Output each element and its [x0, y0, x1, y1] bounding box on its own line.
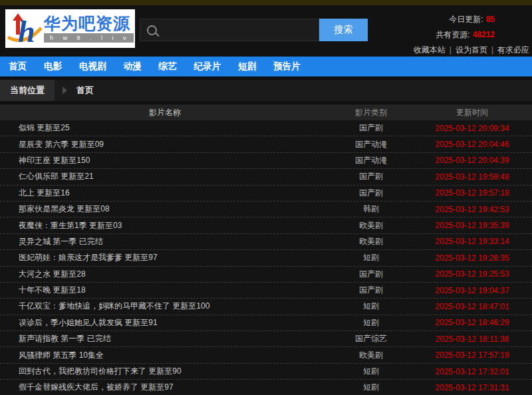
movie-title[interactable]: 回到古代，我把教坊司价格打下来了 更新至90 — [0, 366, 330, 377]
quick-link[interactable]: 有求必应 — [497, 45, 529, 55]
movie-category[interactable]: 欧美剧 — [330, 236, 412, 247]
movie-update-time: 2025-03-12 20:09:34 — [412, 124, 532, 133]
movie-update-time: 2025-03-12 18:46:29 — [412, 318, 532, 327]
table-row[interactable]: 风骚律师 第五季 10集全欧美剧2025-03-12 17:57:19 — [0, 347, 532, 363]
table-row[interactable]: 仁心俱乐部 更新至21国产剧2025-03-12 19:59:48 — [0, 169, 532, 185]
movie-update-time: 2025-03-12 17:57:19 — [412, 350, 532, 360]
table-row[interactable]: 神印王座 更新至150国产动漫2025-03-12 20:04:39 — [0, 153, 532, 169]
site-header: h 华为吧资源 h w 8 . l i v e 搜索 今日更新:85共有资源:4… — [0, 5, 532, 57]
breadcrumb-arrow-icon — [63, 86, 67, 94]
table-header-row: 影片名称 影片类别 更新时间 — [0, 104, 532, 120]
table-row[interactable]: 假千金替嫁残疾大佬后，被娇养了 更新至97短剧2025-03-12 17:31:… — [0, 380, 532, 395]
search-bar: 搜索 — [140, 19, 368, 41]
quick-link[interactable]: 收藏本站 — [414, 45, 446, 55]
movie-title[interactable]: 十年不晚 更新至18 — [0, 285, 330, 296]
table-row[interactable]: 新声请指教 第一季 已完结国产综艺2025-03-12 18:11:38 — [0, 331, 532, 347]
movie-title[interactable]: 夜魔侠：重生第1季 更新至03 — [0, 220, 330, 231]
movie-update-time: 2025-03-12 19:04:37 — [412, 286, 532, 295]
movie-table: 影片名称 影片类别 更新时间 似锦 更新至25国产剧2025-03-12 20:… — [0, 104, 532, 395]
movie-update-time: 2025-03-12 19:57:18 — [412, 188, 532, 198]
movie-title[interactable]: 那家伙是黑炎龙 更新至08 — [0, 203, 330, 215]
movie-title[interactable]: 风骚律师 第五季 10集全 — [0, 350, 330, 361]
breadcrumb: 当前位置 首页 — [0, 80, 532, 101]
search-icon — [147, 25, 157, 35]
movie-category[interactable]: 短剧 — [330, 252, 412, 263]
movie-title[interactable]: 大河之水 更新至28 — [0, 269, 330, 280]
table-row[interactable]: 灵异之城 第一季 已完结欧美剧2025-03-12 19:33:14 — [0, 234, 532, 250]
movie-update-time: 2025-03-12 17:31:31 — [412, 383, 532, 392]
movie-category[interactable]: 韩剧 — [330, 203, 412, 215]
table-row[interactable]: 十年不晚 更新至18国产剧2025-03-12 19:04:37 — [0, 283, 532, 299]
movie-category[interactable]: 国产剧 — [330, 269, 412, 280]
movie-title[interactable]: 星辰变 第六季 更新至09 — [0, 139, 330, 150]
movie-category[interactable]: 短剧 — [330, 301, 412, 312]
movie-category[interactable]: 短剧 — [330, 366, 412, 377]
movie-title[interactable]: 医妃萌娃：娘亲这才是我爹爹 更新至97 — [0, 252, 330, 263]
movie-update-time: 2025-03-12 20:04:46 — [412, 140, 532, 149]
table-row[interactable]: 回到古代，我把教坊司价格打下来了 更新至90短剧2025-03-12 17:32… — [0, 364, 532, 380]
movie-category[interactable]: 国产动漫 — [330, 155, 412, 166]
table-row[interactable]: 医妃萌娃：娘亲这才是我爹爹 更新至97短剧2025-03-12 19:26:35 — [0, 250, 532, 266]
movie-category[interactable]: 国产综艺 — [330, 333, 412, 344]
movie-category[interactable]: 欧美剧 — [330, 350, 412, 361]
nav-item-8[interactable]: 预告片 — [265, 57, 309, 76]
table-row[interactable]: 夜魔侠：重生第1季 更新至03欧美剧2025-03-12 19:35:39 — [0, 217, 532, 233]
nav-item-2[interactable]: 电影 — [35, 57, 70, 76]
quick-link[interactable]: 设为首页 — [456, 45, 487, 55]
nav-item-1[interactable]: 首页 — [0, 57, 35, 76]
nav-item-6[interactable]: 纪录片 — [186, 57, 230, 76]
movie-category[interactable]: 短剧 — [330, 382, 412, 393]
movie-category[interactable]: 国产剧 — [330, 188, 412, 199]
movie-title[interactable]: 误诊后，季小姐她见人就发疯 更新至91 — [0, 317, 330, 329]
movie-update-time: 2025-03-12 19:42:53 — [412, 205, 532, 214]
stat-label: 今日更新: — [449, 15, 483, 24]
movie-title[interactable]: 仁心俱乐部 更新至21 — [0, 171, 330, 182]
nav-item-7[interactable]: 短剧 — [229, 57, 265, 76]
movie-title[interactable]: 神印王座 更新至150 — [0, 155, 330, 166]
col-header-time: 更新时间 — [412, 107, 532, 118]
table-row[interactable]: 那家伙是黑炎龙 更新至08韩剧2025-03-12 19:42:53 — [0, 201, 532, 217]
table-row[interactable]: 星辰变 第六季 更新至09国产动漫2025-03-12 20:04:46 — [0, 136, 532, 152]
table-row[interactable]: 千亿双宝：爹地快追，妈咪的马甲藏不住了 更新至100短剧2025-03-12 1… — [0, 299, 532, 315]
movie-category[interactable]: 国产剧 — [330, 171, 412, 182]
table-row[interactable]: 北上 更新至16国产剧2025-03-12 19:57:18 — [0, 186, 532, 201]
logo-h-icon: h — [7, 11, 43, 47]
search-input[interactable] — [157, 19, 319, 41]
header-stats: 今日更新:85共有资源:48212 收藏本站|设为首页|有求必应 — [414, 12, 529, 58]
movie-title[interactable]: 似锦 更新至25 — [0, 122, 330, 134]
movie-update-time: 2025-03-12 19:35:39 — [412, 221, 532, 230]
table-row[interactable]: 似锦 更新至25国产剧2025-03-12 20:09:34 — [0, 120, 532, 136]
logo-subtitle: h w 8 . l i v e — [44, 33, 134, 43]
movie-update-time: 2025-03-12 20:04:39 — [412, 156, 532, 165]
movie-title[interactable]: 千亿双宝：爹地快追，妈咪的马甲藏不住了 更新至100 — [0, 301, 330, 312]
movie-category[interactable]: 短剧 — [330, 317, 412, 329]
movie-update-time: 2025-03-12 17:32:01 — [412, 367, 532, 376]
nav-item-3[interactable]: 电视剧 — [70, 57, 115, 76]
search-box[interactable] — [140, 19, 319, 41]
search-button[interactable]: 搜索 — [319, 19, 368, 41]
site-logo[interactable]: h 华为吧资源 h w 8 . l i v e — [5, 9, 135, 48]
top-strip — [0, 0, 532, 5]
movie-category[interactable]: 国产剧 — [330, 122, 412, 134]
movie-update-time: 2025-03-12 19:26:35 — [412, 253, 532, 263]
breadcrumb-home-link[interactable]: 首页 — [76, 84, 94, 96]
page: h 华为吧资源 h w 8 . l i v e 搜索 今日更新:85共有资源:4… — [0, 0, 532, 395]
movie-category[interactable]: 欧美剧 — [330, 220, 412, 231]
logo-title: 华为吧资源 — [44, 15, 134, 33]
movie-category[interactable]: 国产剧 — [330, 285, 412, 296]
movie-update-time: 2025-03-12 19:33:14 — [412, 237, 532, 246]
nav-item-4[interactable]: 动漫 — [115, 57, 150, 76]
stat-line: 共有资源:48212 — [414, 27, 529, 43]
logo-text: 华为吧资源 h w 8 . l i v e — [44, 15, 134, 43]
nav-item-5[interactable]: 综艺 — [150, 57, 186, 76]
movie-category[interactable]: 国产动漫 — [330, 139, 412, 150]
table-row[interactable]: 大河之水 更新至28国产剧2025-03-12 19:25:53 — [0, 267, 532, 283]
stat-line: 今日更新:85 — [414, 12, 529, 27]
table-row[interactable]: 误诊后，季小姐她见人就发疯 更新至91短剧2025-03-12 18:46:29 — [0, 315, 532, 331]
movie-title[interactable]: 新声请指教 第一季 已完结 — [0, 333, 330, 344]
movie-title[interactable]: 假千金替嫁残疾大佬后，被娇养了 更新至97 — [0, 382, 330, 393]
main-nav: 首页电影电视剧动漫综艺纪录片短剧预告片 — [0, 57, 532, 76]
movie-title[interactable]: 北上 更新至16 — [0, 188, 330, 199]
movie-update-time: 2025-03-12 19:59:48 — [412, 172, 532, 182]
movie-title[interactable]: 灵异之城 第一季 已完结 — [0, 236, 330, 247]
